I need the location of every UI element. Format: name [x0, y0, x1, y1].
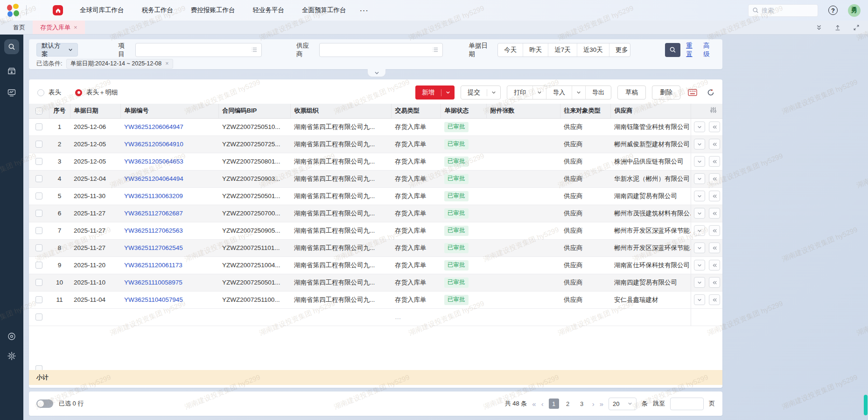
first-page-icon[interactable]: « [532, 400, 536, 408]
remove-condition-icon[interactable]: × [165, 60, 168, 67]
global-search[interactable] [748, 4, 818, 17]
submit-label[interactable]: 提交 [461, 86, 487, 99]
tab-inventory-inbound[interactable]: 存货入库单 × [33, 21, 85, 34]
row-expand-icon[interactable] [694, 121, 705, 132]
refresh-icon[interactable] [705, 86, 717, 99]
last-page-icon[interactable]: » [600, 400, 603, 408]
import-button[interactable]: 导入 [546, 86, 572, 99]
close-icon[interactable]: × [74, 24, 77, 31]
doc-number-link[interactable]: YW36251127062545 [124, 244, 183, 251]
app-logo-icon[interactable] [7, 4, 20, 17]
row-collapse-left-icon[interactable] [709, 139, 720, 149]
date-more-button[interactable]: 更多 [609, 43, 630, 57]
row-collapse-left-icon[interactable] [709, 191, 720, 201]
row-expand-icon[interactable] [694, 173, 705, 184]
row-collapse-left-icon[interactable] [709, 277, 720, 288]
scheme-select[interactable]: 默认方案 [36, 43, 78, 57]
doc-number-link[interactable]: YW36251104057945 [124, 296, 183, 303]
table-row[interactable]: 9 2025-11-20 YW36251120061173 YZWZ200725… [29, 256, 722, 274]
doc-number-link[interactable]: YW36251206064947 [124, 123, 183, 130]
table-row[interactable]: 7 2025-11-27 YW36251127062563 YZWZ200725… [29, 222, 722, 239]
project-input[interactable] [135, 43, 262, 57]
add-label[interactable]: 新增 [415, 85, 441, 100]
table-row[interactable]: 3 2025-12-05 YW36251205064653 YZWZ200725… [29, 153, 722, 170]
row-expand-icon[interactable] [694, 139, 705, 149]
column-settings-icon[interactable] [710, 107, 717, 114]
row-collapse-left-icon[interactable] [709, 242, 720, 253]
row-checkbox[interactable] [35, 158, 42, 165]
date-quick-button[interactable]: 近30天 [577, 43, 609, 57]
date-quick-button[interactable]: 昨天 [523, 43, 548, 57]
row-expand-icon[interactable] [694, 277, 705, 288]
keyboard-shortcuts-icon[interactable] [686, 86, 699, 99]
table-row[interactable]: 6 2025-11-27 YW36251127062687 YZWZ200725… [29, 205, 722, 222]
reset-link[interactable]: 重置 [686, 42, 698, 58]
radio-header[interactable]: 表头 [37, 88, 61, 97]
home-icon[interactable] [53, 5, 63, 15]
row-checkbox[interactable] [35, 141, 42, 148]
doc-number-link[interactable]: YW36251120061173 [124, 262, 182, 269]
submit-dropdown-icon[interactable] [487, 89, 500, 96]
row-checkbox[interactable] [35, 262, 42, 269]
row-checkbox[interactable] [35, 244, 42, 251]
row-collapse-left-icon[interactable] [709, 208, 720, 219]
upload-icon[interactable] [834, 24, 841, 31]
table-row[interactable]: 4 2025-12-04 YW36251204064494 YZWZ200725… [29, 170, 722, 187]
sidebar-import-box-icon[interactable] [7, 66, 16, 76]
page-number[interactable]: 1 [549, 399, 559, 409]
doc-number-link[interactable]: YW36251127062687 [124, 210, 183, 217]
add-dropdown-icon[interactable] [441, 89, 455, 96]
table-row[interactable]: 11 2025-11-04 YW36251104057945 YZWZ20072… [29, 291, 722, 308]
row-checkbox[interactable] [35, 296, 42, 303]
print-button[interactable]: 打印 [507, 86, 532, 99]
submit-button[interactable]: 提交 [461, 85, 501, 100]
select-all-checkbox[interactable] [35, 107, 42, 114]
scrollbar-thumb[interactable] [864, 395, 868, 415]
row-checkbox[interactable] [35, 227, 42, 234]
row-expand-icon[interactable] [694, 191, 705, 201]
sidebar-compass-icon[interactable] [7, 332, 16, 341]
draft-button[interactable]: 草稿 [617, 85, 646, 100]
row-collapse-left-icon[interactable] [709, 121, 720, 132]
row-expand-icon[interactable] [694, 260, 705, 271]
sidebar-settings-gear-icon[interactable] [7, 351, 16, 361]
nav-item[interactable]: 轻业务平台 [253, 6, 285, 14]
export-button[interactable]: 导出 [586, 86, 611, 99]
import-dropdown-icon[interactable] [572, 86, 586, 99]
row-expand-icon[interactable] [694, 156, 705, 167]
row-expand-icon[interactable] [694, 294, 705, 305]
row-collapse-left-icon[interactable] [709, 294, 720, 305]
next-page-icon[interactable]: › [592, 400, 595, 408]
page-size-select[interactable]: 20 [609, 398, 637, 410]
nav-item[interactable]: 税务工作台 [142, 6, 174, 14]
tab-home[interactable]: 首页 [6, 21, 33, 34]
doc-number-link[interactable]: YW36251204064494 [124, 175, 183, 182]
row-checkbox[interactable] [35, 210, 42, 217]
expand-icon[interactable] [853, 24, 860, 31]
table-row[interactable]: 5 2025-11-30 YW36251130063209 YZWZ200725… [29, 187, 722, 205]
sidebar-search-icon[interactable] [4, 39, 19, 54]
selection-toggle[interactable] [36, 399, 53, 408]
delete-button[interactable]: 删除 [652, 85, 680, 100]
doc-number-link[interactable]: YW36251127062563 [124, 227, 183, 234]
row-checkbox[interactable] [35, 279, 42, 286]
doc-number-link[interactable]: YW36251205064653 [124, 158, 183, 165]
page-number[interactable]: 3 [577, 399, 587, 409]
row-collapse-left-icon[interactable] [709, 225, 720, 236]
table-row[interactable]: 10 2025-11-10 YW36251110058975 YZWZ20072… [29, 274, 722, 291]
radio-header-detail[interactable]: 表头＋明细 [75, 88, 118, 97]
nav-item[interactable]: 全球司库工作台 [80, 6, 124, 14]
nav-more-button[interactable]: ··· [360, 7, 369, 14]
collapse-tabs-icon[interactable] [816, 24, 822, 31]
search-input[interactable] [762, 7, 808, 14]
table-row[interactable]: 8 2025-11-27 YW36251127062545 YZWZ200725… [29, 239, 722, 256]
page-number[interactable]: 2 [563, 399, 573, 409]
jump-page-input[interactable] [670, 398, 704, 410]
row-checkbox[interactable] [35, 192, 42, 199]
doc-number-link[interactable]: YW36251110058975 [124, 279, 182, 286]
prev-page-icon[interactable]: ‹ [541, 400, 544, 408]
nav-item[interactable]: 费控报账工作台 [191, 6, 235, 14]
query-button[interactable] [665, 43, 680, 57]
row-checkbox[interactable] [35, 123, 42, 130]
add-button[interactable]: 新增 [415, 85, 455, 100]
